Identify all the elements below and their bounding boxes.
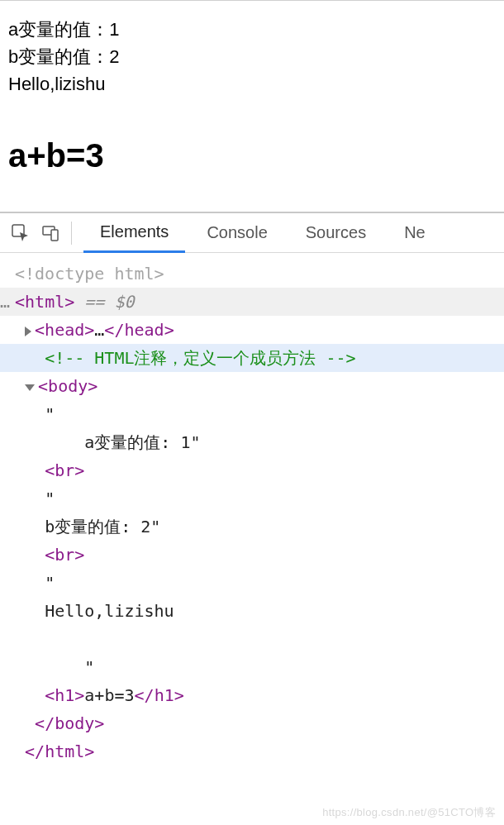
toolbar-separator [71, 222, 72, 245]
code-body-open[interactable]: <body> [0, 372, 504, 400]
page-heading: a+b=3 [8, 131, 496, 180]
code-head[interactable]: <head>…</head> [0, 316, 504, 344]
code-text[interactable]: b变量的值: 2" [0, 513, 504, 541]
code-br[interactable]: <br> [0, 541, 504, 569]
page-text-line: a变量的值：1 [8, 16, 496, 43]
rendered-page: a变量的值：1 b变量的值：2 Hello,lizishu a+b=3 [0, 0, 504, 188]
code-html-close[interactable]: </html> [0, 737, 504, 765]
code-text[interactable] [0, 625, 504, 653]
code-html-open[interactable]: …<html> == $0 [0, 288, 504, 316]
tab-console[interactable]: Console [190, 213, 283, 253]
code-doctype[interactable]: <!doctype html> [0, 260, 504, 288]
tab-network[interactable]: Ne [388, 213, 442, 253]
devtools-panel: Elements Console Sources Ne <!doctype ht… [0, 212, 504, 777]
watermark: https://blog.csdn.net/@51CTO博客 [322, 805, 496, 820]
svg-rect-2 [51, 230, 58, 241]
code-comment[interactable]: <!-- HTML注释，定义一个成员方法 --> [0, 344, 504, 372]
page-text-line: Hello,lizishu [8, 70, 496, 98]
devtools-toolbar: Elements Console Sources Ne [0, 213, 504, 253]
code-body-close[interactable]: </body> [0, 709, 504, 737]
device-toggle-icon[interactable] [38, 221, 63, 246]
code-text[interactable]: " [0, 484, 504, 513]
code-br[interactable]: <br> [0, 456, 504, 484]
inspect-element-icon[interactable] [8, 221, 33, 246]
expand-arrow-icon[interactable] [25, 327, 31, 336]
code-text[interactable]: " [0, 400, 504, 428]
tab-sources[interactable]: Sources [289, 213, 383, 253]
collapse-arrow-icon[interactable] [25, 384, 35, 391]
code-text[interactable]: " [0, 569, 504, 597]
elements-tree[interactable]: <!doctype html> …<html> == $0 <head>…</h… [0, 253, 504, 777]
code-text[interactable]: Hello,lizishu [0, 597, 504, 625]
page-text-line: b变量的值：2 [8, 43, 496, 70]
code-text[interactable]: " [0, 653, 504, 681]
tab-elements[interactable]: Elements [83, 213, 185, 253]
code-h1[interactable]: <h1>a+b=3</h1> [0, 681, 504, 709]
code-text[interactable]: a变量的值: 1" [0, 428, 504, 456]
